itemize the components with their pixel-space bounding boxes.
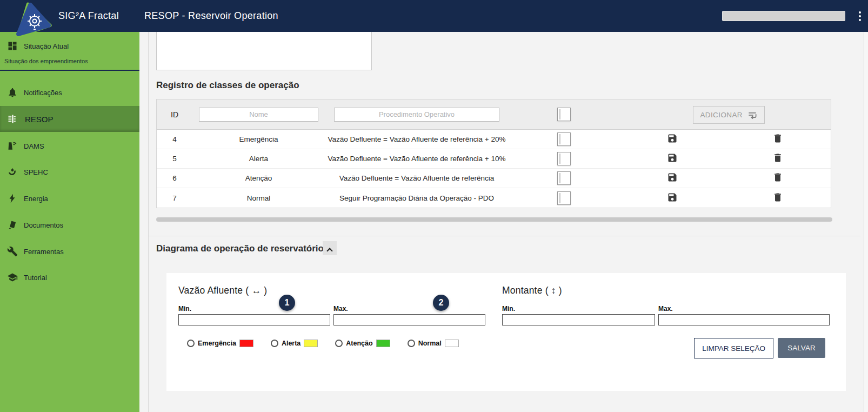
delete-row-button[interactable] bbox=[770, 190, 785, 205]
radio-emergencia[interactable]: Emergência bbox=[187, 340, 253, 347]
sidebar-divider bbox=[0, 70, 139, 71]
row-nome: Emergência bbox=[192, 135, 325, 143]
montante-max-label: Max. bbox=[658, 305, 830, 313]
row-color-picker[interactable] bbox=[557, 152, 571, 165]
more-vert-icon[interactable] bbox=[856, 9, 864, 23]
chevron-up-icon bbox=[326, 248, 332, 254]
vazao-max-label: Max. bbox=[333, 305, 485, 313]
radio-button-icon bbox=[335, 340, 343, 347]
color-chip bbox=[445, 340, 459, 347]
montante-max-input[interactable] bbox=[658, 314, 830, 325]
app-logo-icon bbox=[11, 1, 57, 43]
table-header-row: ID ADICIONAR bbox=[157, 99, 831, 130]
procedimento-input[interactable] bbox=[334, 108, 499, 122]
scrolled-panel-remainder bbox=[156, 31, 372, 70]
operation-classes-table: ID ADICIONAR 4 Emergência Vazão Defluent… bbox=[156, 99, 831, 208]
delete-row-button[interactable] bbox=[770, 132, 785, 147]
save-icon bbox=[667, 192, 678, 203]
page-title: RESOP - Reservoir Operation bbox=[144, 0, 278, 32]
sidebar-item-label: Documentos bbox=[24, 221, 63, 229]
sidebar-item-label: SPEHC bbox=[24, 168, 48, 176]
radio-button-icon bbox=[408, 340, 415, 347]
document-icon bbox=[7, 220, 18, 230]
new-class-color-picker[interactable] bbox=[557, 108, 571, 121]
sidebar-item-label: RESOP bbox=[25, 115, 54, 124]
sidebar-item-documentos[interactable]: Documentos bbox=[0, 213, 139, 237]
montante-group: Montante ( ↕ ) Min. Max. bbox=[502, 285, 834, 325]
horizontal-scrollbar[interactable] bbox=[156, 217, 832, 222]
sidebar-item-energia[interactable]: Energia bbox=[0, 187, 139, 210]
vazao-min-label: Min. bbox=[178, 305, 330, 313]
radio-alerta[interactable]: Alerta bbox=[271, 340, 318, 347]
flame-hand-icon bbox=[7, 167, 18, 177]
sidebar-caption: Situação dos empreendimentos bbox=[4, 58, 88, 64]
sidebar: Situação Atual Situação dos empreendimen… bbox=[0, 32, 139, 412]
row-color-picker[interactable] bbox=[557, 171, 571, 185]
trash-icon bbox=[772, 133, 783, 144]
sidebar-item-spehc[interactable]: SPEHC bbox=[0, 160, 139, 184]
step-badge-2: 2 bbox=[433, 295, 449, 311]
content-divider-line bbox=[148, 32, 149, 412]
table-row: 7 Normal Seguir Programação Diária da Op… bbox=[157, 188, 831, 208]
row-nome: Atenção bbox=[192, 174, 325, 182]
collapse-section-button[interactable] bbox=[323, 241, 337, 255]
salvar-button[interactable]: SALVAR bbox=[778, 338, 825, 358]
save-row-button[interactable] bbox=[665, 190, 680, 205]
dam-signal-icon bbox=[7, 141, 18, 151]
save-row-button[interactable] bbox=[665, 171, 680, 186]
vazao-max-input[interactable] bbox=[333, 314, 485, 325]
header-search-input[interactable] bbox=[722, 11, 845, 21]
save-icon bbox=[667, 133, 678, 144]
radio-normal[interactable]: Normal bbox=[408, 340, 459, 347]
color-chip bbox=[239, 340, 253, 347]
row-color-picker[interactable] bbox=[557, 191, 571, 205]
reservoir-diagram-panel: Vazão Afluente ( ↔ ) Min. Max. Montante … bbox=[166, 273, 846, 391]
sidebar-item-ferramentas[interactable]: Ferramentas bbox=[0, 240, 139, 263]
row-id: 5 bbox=[157, 155, 192, 163]
sidebar-item-label: Notificações bbox=[24, 89, 62, 97]
limpar-selecao-button[interactable]: LIMPAR SELEÇÃO bbox=[694, 338, 773, 358]
diagrama-heading: Diagrama de operação de reservatório bbox=[156, 243, 324, 254]
save-row-button[interactable] bbox=[665, 151, 680, 167]
class-radio-group: Emergência Alerta Atenção Normal bbox=[187, 340, 459, 347]
montante-min-input[interactable] bbox=[502, 314, 655, 325]
delete-row-button[interactable] bbox=[770, 151, 785, 167]
bolt-icon bbox=[7, 193, 18, 204]
playlist-add-icon bbox=[747, 110, 758, 121]
adicionar-button[interactable]: ADICIONAR bbox=[693, 106, 765, 124]
sidebar-item-resop[interactable]: RESOP bbox=[0, 106, 139, 132]
row-procedimento: Vazão Defluente = Vazão Afluente de refe… bbox=[325, 174, 509, 182]
row-nome: Alerta bbox=[192, 155, 325, 163]
delete-row-button[interactable] bbox=[770, 171, 785, 186]
radio-button-icon bbox=[187, 340, 195, 347]
id-column-header: ID bbox=[157, 110, 192, 119]
save-icon bbox=[667, 152, 678, 163]
dam-gates-icon bbox=[7, 114, 18, 124]
save-icon bbox=[667, 172, 678, 183]
row-id: 6 bbox=[157, 174, 192, 182]
table-row: 6 Atenção Vazão Defluente = Vazão Afluen… bbox=[157, 169, 831, 188]
app-title: SIG²A Fractal bbox=[58, 0, 119, 32]
nome-input[interactable] bbox=[199, 108, 318, 122]
save-row-button[interactable] bbox=[665, 132, 680, 147]
radio-atencao[interactable]: Atenção bbox=[335, 340, 390, 347]
wrench-icon bbox=[7, 246, 18, 257]
row-id: 7 bbox=[157, 194, 192, 202]
step-badge-1: 1 bbox=[279, 295, 295, 311]
sidebar-item-dams[interactable]: DAMS bbox=[0, 134, 139, 158]
app-header: SIG²A Fractal RESOP - Reservoir Operatio… bbox=[0, 0, 868, 32]
vertical-scrollbar[interactable] bbox=[864, 32, 868, 412]
table-row: 4 Emergência Vazão Defluente = Vazão Afl… bbox=[157, 130, 831, 149]
sidebar-item-tutorial[interactable]: Tutorial bbox=[0, 265, 139, 289]
sidebar-item-notificacoes[interactable]: Notificações bbox=[0, 81, 139, 104]
radio-button-icon bbox=[271, 340, 278, 347]
trash-icon bbox=[772, 192, 783, 203]
color-chip bbox=[376, 340, 390, 347]
registro-heading: Registro de classes de operação bbox=[156, 80, 299, 91]
sidebar-item-label: Tutorial bbox=[24, 274, 47, 282]
row-id: 4 bbox=[157, 135, 192, 143]
vazao-min-input[interactable] bbox=[178, 314, 330, 325]
table-row: 5 Alerta Vazão Defluente = Vazão Afluent… bbox=[157, 149, 831, 169]
row-color-picker[interactable] bbox=[557, 132, 571, 146]
sidebar-item-label: DAMS bbox=[24, 142, 44, 150]
